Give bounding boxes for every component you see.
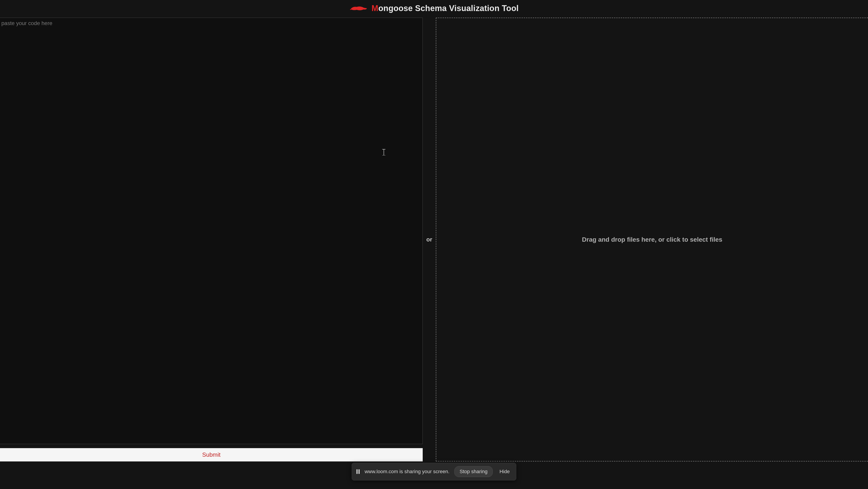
stop-sharing-button[interactable]: Stop sharing xyxy=(454,466,493,477)
title-text: ongoose Schema Visualization Tool xyxy=(378,4,519,13)
mongoose-logo-icon xyxy=(349,4,368,13)
code-textarea[interactable] xyxy=(0,18,423,444)
header: Mongoose Schema Visualization Tool xyxy=(0,0,868,18)
page-title: Mongoose Schema Visualization Tool xyxy=(372,4,519,13)
hide-button[interactable]: Hide xyxy=(498,468,512,476)
file-drop-zone[interactable]: Drag and drop files here, or click to se… xyxy=(436,18,868,461)
submit-button[interactable]: Submit xyxy=(0,448,423,461)
share-status-text: www.loom.com is sharing your screen. xyxy=(365,469,450,475)
title-accent-letter: M xyxy=(372,4,378,13)
separator-label: or xyxy=(425,236,434,243)
code-input-panel: Submit xyxy=(0,18,423,461)
pause-icon[interactable] xyxy=(356,469,360,474)
drop-zone-text: Drag and drop files here, or click to se… xyxy=(582,236,722,243)
main-content: Submit or Drag and drop files here, or c… xyxy=(0,18,868,461)
screen-share-bar: www.loom.com is sharing your screen. Sto… xyxy=(352,463,516,481)
